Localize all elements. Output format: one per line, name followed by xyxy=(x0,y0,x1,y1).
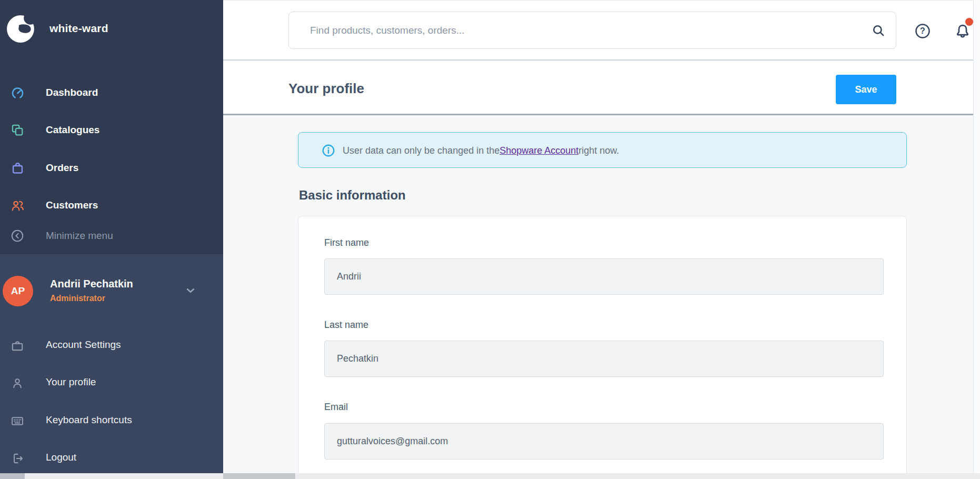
sidebar-item-dashboard[interactable]: Dashboard xyxy=(0,74,223,111)
info-banner: User data can only be changed in the Sho… xyxy=(298,132,907,168)
briefcase-icon xyxy=(10,338,25,353)
minimize-menu-icon xyxy=(10,228,25,243)
sidebar-item-minimize-menu[interactable]: Minimize menu xyxy=(0,224,223,247)
sidebar-item-customers[interactable]: Customers xyxy=(0,187,223,224)
notification-dot xyxy=(965,18,973,26)
svg-text:?: ? xyxy=(920,26,925,35)
customers-icon xyxy=(10,198,25,213)
keyboard-icon xyxy=(10,414,25,428)
save-button[interactable]: Save xyxy=(836,75,896,104)
sidebar-item-label: Account Settings xyxy=(46,339,121,351)
page-header: Your profile Save xyxy=(223,62,980,115)
sidebar-item-label: Customers xyxy=(46,199,98,211)
top-bar: ? xyxy=(223,0,980,61)
user-role: Administrator xyxy=(50,294,105,303)
email-input: gutturalvoices@gmail.com xyxy=(324,423,884,460)
help-icon[interactable]: ? xyxy=(914,23,931,39)
shopware-logo-icon xyxy=(6,14,36,43)
brand-name: white-ward xyxy=(49,22,108,35)
page-content: User data can only be changed in the Sho… xyxy=(223,117,980,479)
shopware-account-link[interactable]: Shopware Account xyxy=(499,145,578,156)
sidebar-item-label: Minimize menu xyxy=(46,230,113,242)
sidebar-item-label: Logout xyxy=(46,452,76,463)
sidebar-item-label: Your profile xyxy=(46,376,96,388)
sidebar-item-keyboard-shortcuts[interactable]: Keyboard shortcuts xyxy=(0,403,223,440)
sidebar-item-label: Dashboard xyxy=(46,87,98,98)
email-label: Email xyxy=(324,402,348,413)
brand: white-ward xyxy=(6,14,108,43)
sidebar-item-account-settings[interactable]: Account Settings xyxy=(0,327,223,364)
sidebar-item-your-profile[interactable]: Your profile xyxy=(0,365,223,402)
user-name: Andrii Pechatkin xyxy=(50,278,133,290)
search-input[interactable] xyxy=(310,12,826,48)
section-title: Basic information xyxy=(299,188,406,203)
sidebar-item-label: Orders xyxy=(46,162,78,174)
sidebar-item-logout[interactable]: Logout xyxy=(0,440,223,477)
horizontal-scrollbar-thumb[interactable] xyxy=(223,473,295,479)
horizontal-scrollbar[interactable] xyxy=(0,473,980,479)
sidebar-item-orders[interactable]: Orders xyxy=(0,149,223,186)
sidebar-item-catalogues[interactable]: Catalogues xyxy=(0,112,223,148)
dashboard-icon xyxy=(10,85,25,100)
vertical-scrollbar[interactable] xyxy=(973,0,980,479)
scrollbar-corner xyxy=(0,473,25,479)
banner-text-before: User data can only be changed in the xyxy=(343,145,499,156)
search-icon[interactable] xyxy=(872,24,885,37)
catalogues-icon xyxy=(10,123,25,137)
avatar: AP xyxy=(3,276,33,306)
global-search xyxy=(288,12,896,49)
chevron-down-icon xyxy=(185,285,196,296)
user-menu-toggle[interactable]: AP Andrii Pechatkin Administrator xyxy=(0,271,223,311)
sidebar-user-panel: AP Andrii Pechatkin Administrator Accoun… xyxy=(0,254,223,479)
first-name-label: First name xyxy=(324,237,369,248)
logout-icon xyxy=(10,451,25,466)
info-icon xyxy=(322,144,335,157)
first-name-input: Andrii xyxy=(324,258,884,295)
page-title: Your profile xyxy=(288,62,364,115)
basic-information-card: First name Andrii Last name Pechatkin Em… xyxy=(298,216,907,479)
last-name-label: Last name xyxy=(324,320,368,331)
sidebar-item-label: Keyboard shortcuts xyxy=(46,414,132,426)
main-area: ? Your profile Save xyxy=(223,0,980,479)
last-name-input: Pechatkin xyxy=(324,341,884,377)
info-banner-text: User data can only be changed in the Sho… xyxy=(343,133,619,168)
shopware-admin-window: white-ward Dashboard Catalogues xyxy=(0,0,980,479)
sidebar-item-label: Catalogues xyxy=(46,124,99,136)
banner-text-after: right now. xyxy=(578,145,619,156)
person-icon xyxy=(10,376,25,391)
sidebar: white-ward Dashboard Catalogues xyxy=(0,0,223,479)
orders-icon xyxy=(10,161,25,175)
